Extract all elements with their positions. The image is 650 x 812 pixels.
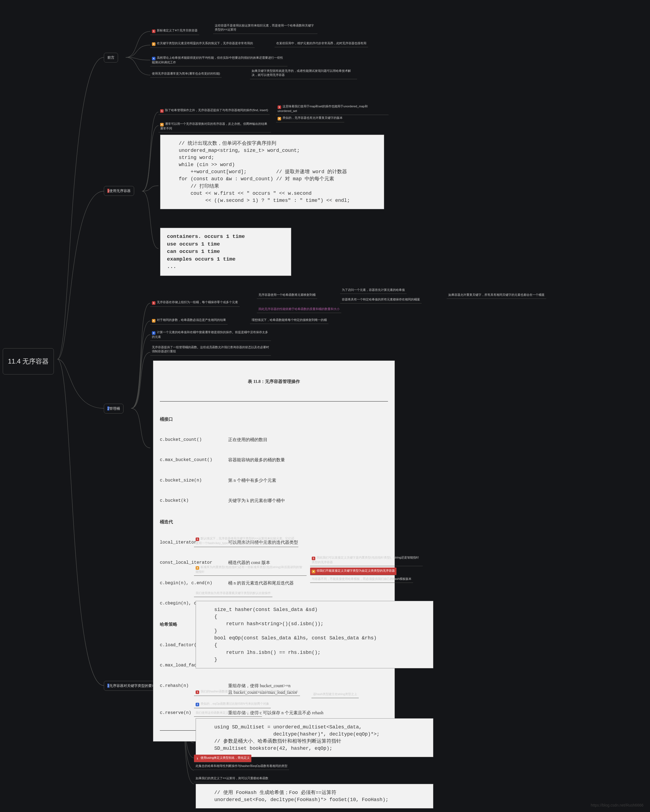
- node[interactable]: ●通常可以用一个无序容器替换对应的有序容器，反之亦然。但两种输出的结果通常不同: [159, 121, 271, 133]
- node[interactable]: 我们使用这些函数来定义一个unordered_multiset: [194, 710, 262, 717]
- marker-icon: 1: [312, 557, 315, 560]
- node[interactable]: ●虽然理论上哈希技术能获得更好的平均性能，但在实际中想要达到很好的效果还需要进行…: [150, 55, 288, 66]
- node[interactable]: 此集合的哈希和相等性判断操作与hasher和eqOp函数有着相同的类型: [194, 763, 289, 770]
- node[interactable]: 1因此我们可以直接定义关键字是内置类型(包括指针类型)、string还是智能指针…: [310, 554, 423, 566]
- output-block-1: containers. occurs 1 time use occurs 1 t…: [160, 228, 291, 276]
- marker-icon: 2: [196, 703, 199, 706]
- marker-icon: 1: [278, 105, 281, 109]
- node[interactable]: 1新标准定义了4个无序关联容器: [150, 27, 199, 35]
- node[interactable]: 如果关键字类型固有就是无序的，或者性能测试发现问题可以用哈希技术解决，就可以使用…: [250, 68, 357, 79]
- marker-icon: 1: [196, 757, 199, 760]
- table-figure: 表 11.8：无序容器管理操作 桶接口 c.bucket_count()正在使用…: [153, 360, 395, 742]
- marker-icon: 1: [196, 537, 199, 541]
- node[interactable]: ●标准库为内置类型(包括指针)还有一些标准库类型(包括string)和后面讲到的…: [194, 564, 307, 576]
- code-block-3: using SD_multiset = unordered_multiset<S…: [196, 718, 433, 757]
- marker-icon: ●: [152, 331, 156, 335]
- watermark: https://blog.csdn.net/Rush6666: [591, 803, 644, 808]
- node-emphasis[interactable]: ●但我们不能直接定义关键字类型为自定义类类型的无序容器: [310, 568, 396, 575]
- section-use[interactable]: 1使用无序容器: [104, 186, 134, 196]
- section-preface[interactable]: 前言: [104, 53, 118, 63]
- node[interactable]: 使用无序容器通常更为简单(通常也会有更好的性能): [150, 70, 222, 78]
- root-node[interactable]: 11.4 无序容器: [3, 348, 54, 374]
- marker-icon: ●: [196, 566, 199, 570]
- node[interactable]: ●对于相同的参数，哈希函数必须总是产生相同的结果: [150, 317, 228, 325]
- node[interactable]: 这些容器不是使用比较运算符来组织元素，而是使用一个哈希函数和关键字类型的==运算…: [213, 22, 318, 34]
- node[interactable]: ●计算一个元素的哈希值和在桶中搜索通常都是很快的操作。前提是桶中没有保存太多的元…: [150, 329, 271, 341]
- node[interactable]: ●在关键字类型的元素没有明显的序关系的情况下，无序容器是非常有用的: [150, 40, 255, 48]
- table-title: 表 11.8：无序容器管理操作: [160, 378, 388, 385]
- marker-icon: ●: [160, 123, 164, 127]
- node[interactable]: 1除了哈希管理操作之外，无序容器还提供了与有序容器相同的操作(find, ins…: [159, 107, 270, 115]
- marker-icon: ●: [312, 570, 315, 573]
- node[interactable]: 理想情况下，哈希函数能将每个特定的值映射到唯一的桶: [250, 317, 329, 324]
- node[interactable]: 为了访问一个元素，容器首先计算元素的哈希值: [340, 287, 407, 294]
- node[interactable]: 2类似的，eqOp函数通过比较ISBN号来比较两个对象: [194, 701, 271, 708]
- node[interactable]: 1这意味着我们曾用于map和set的操作也能用于unordered_map和un…: [276, 103, 388, 115]
- code-block-1: // 统计出现次数，但单词不会按字典序排列 unordered_map<stri…: [160, 135, 384, 209]
- marker-icon: ●: [152, 42, 156, 46]
- node[interactable]: 如果我们的类定义了==运算符，则可以只重载哈希函数: [194, 775, 270, 782]
- marker-icon: ●: [278, 117, 281, 121]
- node[interactable]: 无序容器提供了一组管理桶的函数。这些成员函数允许我们查询容器的状态以及在必要时强…: [150, 344, 271, 356]
- root-label: 11.4 无序容器: [8, 357, 49, 365]
- node[interactable]: 因此无序容器的性能依赖于哈希函数的质量和桶的数量和大小: [257, 306, 341, 313]
- node[interactable]: 与容器不同，不能直接使用哈希模板，而必须提供我们自己的hash模板版本: [310, 576, 413, 583]
- mindmap-canvas: 11.4 无序容器 前言 1使用无序容器 2管理桶 3无序容器对关键字类型的要求…: [0, 0, 650, 812]
- marker-icon: 1: [152, 29, 156, 33]
- code-block-4: // 使用 FooHash 生成哈希值；Foo 必须有==运算符 unorder…: [196, 784, 433, 809]
- node-emphasis[interactable]: 1使用using来定义类型别名，简化定义: [194, 755, 251, 762]
- node[interactable]: 1默认情况下，无序容器使用关键字类型的==运算符来比较元素。它们还使用一个has…: [194, 535, 298, 547]
- node[interactable]: 在某些应用中，维护元素的序代价非常高昂，此时无序容器也很有用: [275, 40, 368, 47]
- node[interactable]: 容器将具有一个特定哈希值的所有元素都保存在相同的桶里: [340, 296, 422, 304]
- node[interactable]: 如果容器允许重复关键字，所有具有相同关键字的元素也都会在一个桶里: [447, 292, 546, 299]
- node[interactable]: 无序容器使用一个哈希函数将元素映射到桶: [257, 292, 317, 299]
- node[interactable]: 我们使用类似为有序容器重载关键字类型的默认比较操作: [194, 590, 272, 597]
- node[interactable]: 1无序容器在存储上组织为一组桶，每个桶保存零个或多个元素: [150, 299, 240, 307]
- node[interactable]: ●类似的，无序容器也有允许重复关键字的版本: [276, 115, 344, 122]
- node[interactable]: 1我们的hasher函数使用一个标准库hash类型对象来计算ISBN成员的哈希值: [194, 688, 300, 696]
- code-block-2: size_t hasher(const Sales_data &sd) { re…: [196, 601, 433, 669]
- marker-icon: ●: [152, 319, 156, 322]
- marker-icon: ●: [152, 57, 156, 60]
- marker-icon: 1: [196, 690, 199, 694]
- marker-icon: 1: [160, 109, 164, 113]
- node[interactable]: 该hash类型建立在string类型之上: [312, 691, 359, 698]
- section-keyreq[interactable]: 3无序容器对关键字类型的要求: [104, 681, 159, 691]
- marker-icon: 1: [152, 301, 156, 305]
- section-bucket[interactable]: 2管理桶: [104, 404, 124, 414]
